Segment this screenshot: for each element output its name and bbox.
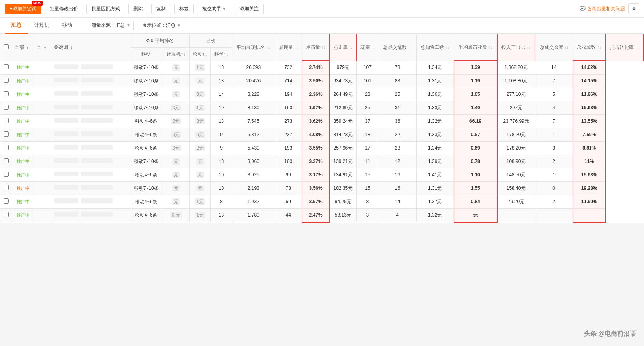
- row-impressions: 3,060: [232, 155, 275, 168]
- row-match: [34, 208, 51, 222]
- row-checkbox-cell[interactable]: [0, 155, 12, 168]
- gmv-header[interactable]: 总成交金额 ↑↓: [535, 34, 573, 61]
- tab-computer[interactable]: 计算机: [28, 18, 56, 34]
- row-keyword: [51, 88, 130, 101]
- row-checkbox[interactable]: [4, 212, 9, 217]
- delete-button[interactable]: 删除: [128, 4, 148, 14]
- row-bid-mobile[interactable]: 3元: [189, 88, 210, 101]
- row-bid-mobile[interactable]: 2元: [189, 141, 210, 155]
- row-checkbox[interactable]: [4, 64, 9, 69]
- mobile-bid2-header[interactable]: 移动↑↓: [211, 47, 232, 61]
- select-all-checkbox[interactable]: [4, 44, 9, 49]
- row-checkbox[interactable]: [4, 198, 9, 204]
- row-checkbox-cell[interactable]: [0, 195, 12, 208]
- row-checkbox[interactable]: [4, 91, 9, 96]
- row-spend: 94.25元: [329, 195, 357, 208]
- filter-traffic-source[interactable]: 流量来源：汇总 ▼: [88, 21, 134, 30]
- filter-display-position[interactable]: 展示位置：汇总 ▼: [139, 21, 184, 30]
- keyword-header[interactable]: 关键词↑↓: [51, 34, 130, 61]
- row-bid-pc[interactable]: 元: [163, 181, 189, 195]
- row-checkbox-cell[interactable]: [0, 208, 12, 222]
- row-checkbox[interactable]: [4, 185, 9, 190]
- impressions-header[interactable]: 展现量 ↑↓: [275, 34, 302, 61]
- copy-button[interactable]: 复制: [151, 4, 171, 14]
- row-checkbox-cell[interactable]: [0, 74, 12, 88]
- row-checkbox-cell[interactable]: [0, 128, 12, 141]
- row-bid-pc[interactable]: 0元: [163, 101, 189, 114]
- match-header[interactable]: 全 ▼: [34, 34, 51, 61]
- row-checkbox-cell[interactable]: [0, 141, 12, 155]
- row-bid-mobile[interactable]: 6元: [189, 128, 210, 141]
- orders-header[interactable]: 总成交笔数 ↑↓: [379, 34, 416, 61]
- mobile-rank-header[interactable]: 移动: [130, 47, 163, 61]
- row-bid-mobile[interactable]: 1元: [189, 208, 210, 222]
- spend-header[interactable]: 花费 ↑↓: [357, 34, 379, 61]
- row-bid-mobile[interactable]: 元: [189, 74, 210, 88]
- row-checkbox-cell[interactable]: [0, 88, 12, 101]
- row-checkbox[interactable]: [4, 118, 9, 123]
- favorites-header[interactable]: 总收藏数 ↑↓: [573, 34, 606, 61]
- row-impressions: 2,193: [232, 181, 275, 195]
- label-button[interactable]: 标签: [174, 4, 194, 14]
- row-bid-pc[interactable]: 元: [163, 168, 189, 181]
- batch-modify-price-button[interactable]: 批量修改出价: [45, 4, 83, 14]
- tab-summary[interactable]: 汇总: [5, 18, 28, 34]
- row-checkbox[interactable]: [4, 78, 9, 83]
- row-checkbox[interactable]: [4, 158, 9, 163]
- row-checkbox-cell[interactable]: [0, 168, 12, 181]
- row-bid-pc[interactable]: 元: [163, 88, 189, 101]
- settings-button[interactable]: ⚙: [628, 3, 639, 14]
- row-checkbox-cell[interactable]: [0, 101, 12, 114]
- row-status: 推广中: [12, 155, 34, 168]
- row-bid-mobile[interactable]: 3元: [189, 114, 210, 128]
- mobile-bid-header[interactable]: 移动↑↓: [189, 47, 210, 61]
- ctr-header[interactable]: 点击率↑↓: [329, 34, 357, 61]
- add-focus-button[interactable]: 添加关注: [235, 4, 264, 14]
- row-keyword: [51, 128, 130, 141]
- row-checkbox[interactable]: [4, 131, 9, 137]
- status-header[interactable]: 全部 ▼: [12, 34, 34, 61]
- row-bid-pc[interactable]: 元: [163, 61, 189, 74]
- row-avg-cpc: 1.34元: [416, 61, 454, 74]
- row-bid-pc[interactable]: 元: [163, 195, 189, 208]
- help-link[interactable]: 💬 咨询跑量相关问题: [580, 6, 625, 12]
- row-checkbox[interactable]: [4, 172, 9, 177]
- tab-mobile[interactable]: 移动: [56, 18, 79, 34]
- row-roi: 元: [454, 208, 497, 222]
- row-bid-pc[interactable]: 0元: [163, 141, 189, 155]
- row-bid-mobile[interactable]: 元: [189, 155, 210, 168]
- row-avg-rank: 9: [211, 128, 232, 141]
- row-bid-mobile[interactable]: 元: [189, 181, 210, 195]
- row-bid-mobile[interactable]: 1元: [189, 101, 210, 114]
- batch-match-button[interactable]: 批量匹配方式: [86, 4, 125, 14]
- roi-header[interactable]: 投入产出比 ↑↓: [497, 34, 535, 61]
- select-all-header[interactable]: [0, 34, 12, 61]
- row-bid-pc[interactable]: 0.元: [163, 208, 189, 222]
- row-bid-mobile[interactable]: 元: [189, 168, 210, 181]
- row-checkbox-cell[interactable]: [0, 114, 12, 128]
- row-ctr: 2.74%: [302, 61, 329, 74]
- pc-bid-header[interactable]: 计算机↑↓: [163, 47, 189, 61]
- grab-assistant-button[interactable]: 抢位助手 ▼: [197, 4, 231, 14]
- row-bid-pc[interactable]: 元: [163, 155, 189, 168]
- add-keyword-button[interactable]: NEW +添加关键词: [5, 4, 41, 14]
- row-cvr: 15.63%: [573, 101, 606, 114]
- row-rank-mobile: 移动4~6条: [130, 168, 163, 181]
- row-cart: 22: [379, 128, 416, 141]
- row-orders: 37: [357, 114, 379, 128]
- row-bid-pc[interactable]: 0元: [163, 128, 189, 141]
- row-checkbox[interactable]: [4, 145, 9, 150]
- row-checkbox-cell[interactable]: [0, 61, 12, 74]
- cvr-header[interactable]: 点击转化率 ↑↓: [605, 34, 644, 61]
- clicks-header[interactable]: 点击量 ↑↓: [302, 34, 329, 61]
- row-bid-pc[interactable]: 0元: [163, 114, 189, 128]
- cart-header[interactable]: 总购物车数 ↑↓: [416, 34, 454, 61]
- row-bid-mobile[interactable]: 1元: [189, 61, 210, 74]
- row-checkbox[interactable]: [4, 105, 9, 110]
- row-checkbox-cell[interactable]: [0, 181, 12, 195]
- avg-cpc-header[interactable]: 平均点击花费 ↑↓: [454, 34, 497, 61]
- row-bid-mobile[interactable]: 1元: [189, 195, 210, 208]
- avg-display-rank-header[interactable]: 平均展现排名 ↑↓: [232, 34, 275, 61]
- row-impressions: 8,228: [232, 88, 275, 101]
- row-bid-pc[interactable]: 元: [163, 74, 189, 88]
